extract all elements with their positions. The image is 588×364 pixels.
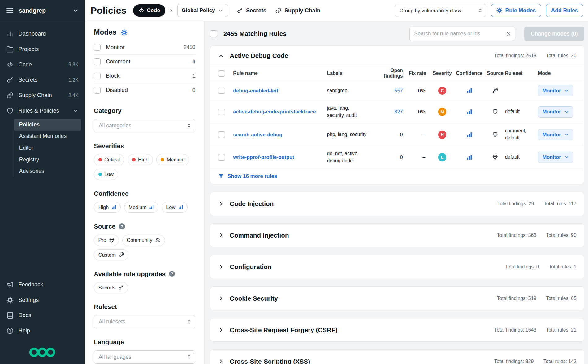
select-all-checkbox[interactable] [210,30,217,37]
mode-count: 4 [192,59,195,65]
row-checkbox[interactable] [218,109,225,115]
sidebar-item-policies[interactable]: Policies [14,119,81,131]
policy-select[interactable]: Global Policy [177,4,228,17]
severity-filter-medium[interactable]: Medium [156,154,189,165]
help-tooltip-icon[interactable]: ? [119,223,125,229]
mode-dropdown[interactable]: Monitor [538,106,573,118]
rule-modes-button[interactable]: Rule Modes [491,4,541,17]
row-checkbox[interactable] [218,88,225,94]
mode-dropdown[interactable]: Monitor [538,152,573,163]
custom-wrench-icon [492,88,498,93]
select-stepper-icon [186,319,192,325]
checkbox[interactable] [94,44,101,51]
open-findings-link[interactable]: 827 [394,109,403,114]
checkbox[interactable] [94,58,101,65]
product-tab-code[interactable]: Code [133,4,165,17]
checkbox[interactable] [94,73,101,79]
help-tooltip-icon[interactable]: ? [169,271,175,277]
sidebar-item-settings[interactable]: Settings [0,292,85,308]
severity-filter-high[interactable]: High [128,154,153,165]
severity-filter-low[interactable]: Low [94,169,118,180]
sidebar-item-supply-chain[interactable]: Supply Chain 2.4K [0,88,85,103]
rule-group-code-injection[interactable]: Code Injection Total findings: 29 Total … [210,192,584,216]
rule-group-configuration[interactable]: Configuration Total findings: 0 Total ru… [210,255,584,279]
language-select[interactable]: All languages [94,350,195,364]
source-filter-community[interactable]: Community [122,235,165,246]
sidebar-item-help[interactable]: Help [0,323,85,339]
sidebar-item-assistant-memories[interactable]: Assistant Memories [14,131,81,142]
group-header[interactable]: Active Debug Code Total findings: 2518 T… [210,46,584,66]
group-select-checkbox[interactable] [218,70,225,77]
sidebar-item-dashboard[interactable]: Dashboard [0,26,85,42]
sidebar-nav: Dashboard Projects Code 9.8K Secrets 1.2… [0,21,85,179]
sidebar-item-feedback[interactable]: Feedback [0,277,85,292]
rule-name-link[interactable]: search-active-debug [233,132,327,138]
sidebar-item-rules-policies[interactable]: Rules & Policies [0,103,85,119]
sidebar-item-code[interactable]: Code 9.8K [0,57,85,72]
key-icon [6,76,14,84]
severity-filter-critical[interactable]: Critical [94,154,124,165]
rule-name-link[interactable]: active-debug-code-printstacktrace [233,109,327,115]
category-select[interactable]: All categories [94,119,195,133]
chevron-right-icon [218,201,224,207]
col-confidence: Confidence [453,71,485,76]
confidence-filter-low[interactable]: Low [162,202,188,213]
product-tab-secrets[interactable]: Secrets [237,7,266,14]
confidence-filter-high[interactable]: High [94,202,121,213]
rule-search-input[interactable] [414,31,503,37]
row-checkbox[interactable] [218,131,225,138]
hamburger-menu-icon[interactable] [6,6,14,14]
row-checkbox[interactable] [218,154,225,161]
source-filter-pro[interactable]: Pro [94,235,119,246]
severities-title: Severities [94,142,195,150]
expand-group-button[interactable] [218,232,224,238]
chevron-down-icon [218,8,223,13]
open-findings-link[interactable]: 557 [394,88,403,93]
expand-group-button[interactable] [218,327,224,333]
collapse-group-button[interactable] [218,53,224,59]
chevron-down-icon [564,155,569,160]
mode-filter-block[interactable]: Block 1 [94,69,195,83]
upgrade-filter-secrets[interactable]: Secrets [94,282,128,293]
expand-group-button[interactable] [218,264,224,270]
ruleset-select[interactable]: All rulesets [94,315,195,329]
modes-settings-gear-icon[interactable] [121,29,128,36]
show-more-rules[interactable]: Show 16 more rules [210,169,584,184]
rule-name-link[interactable]: write-pprof-profile-output [233,154,327,160]
add-rules-button[interactable]: Add Rules [546,4,583,17]
mode-filter-comment[interactable]: Comment 4 [94,54,195,69]
sidebar-subitem-label: Policies [19,122,40,128]
clear-search-button[interactable] [506,31,511,36]
chevron-right-icon [218,295,224,301]
confidence-filter-medium[interactable]: Medium [124,202,158,213]
expand-group-button[interactable] [218,201,224,207]
mode-dropdown[interactable]: Monitor [538,129,573,140]
mode-count: 2450 [184,44,195,50]
sidebar-item-secrets[interactable]: Secrets 1.2K [0,72,85,88]
mode-filter-disabled[interactable]: Disabled 0 [94,83,195,97]
sidebar-item-registry[interactable]: Registry [14,154,81,165]
rule-group-csrf[interactable]: Cross-Site Request Forgery (CSRF) Total … [210,318,584,342]
sidebar-item-editor[interactable]: Editor [14,142,81,154]
rules-toolbar: 2455 Matching Rules Change modes (0) [210,27,584,41]
checkbox[interactable] [94,87,101,94]
product-tab-supply-chain[interactable]: Supply Chain [275,7,321,14]
rule-group-cookie-security[interactable]: Cookie Security Total findings: 519 Tota… [210,286,584,310]
rule-name-link[interactable]: debug-enabled-leif [233,88,327,94]
sidebar-item-advisories[interactable]: Advisories [14,165,81,177]
rule-group-xss[interactable]: Cross-Site-Scripting (XSS) Total finding… [210,349,584,364]
source-filter-custom[interactable]: Custom [94,249,128,260]
change-modes-button[interactable]: Change modes (0) [524,27,584,41]
group-by-select[interactable]: Group by vulnerability class [395,4,486,17]
expand-group-button[interactable] [218,295,224,301]
org-switcher[interactable]: sandgrep [0,0,85,21]
sidebar-item-docs[interactable]: Docs [0,308,85,323]
table-row: write-pprof-profile-output go, net, acti… [210,146,584,168]
expand-group-button[interactable] [218,358,224,364]
rule-group-command-injection[interactable]: Command Injection Total findings: 566 To… [210,223,584,247]
mode-dropdown[interactable]: Monitor [538,85,573,96]
matching-rules-count: 2455 Matching Rules [223,30,287,37]
mode-count: 1 [192,73,195,79]
mode-filter-monitor[interactable]: Monitor 2450 [94,40,195,54]
sidebar-item-projects[interactable]: Projects [0,42,85,57]
